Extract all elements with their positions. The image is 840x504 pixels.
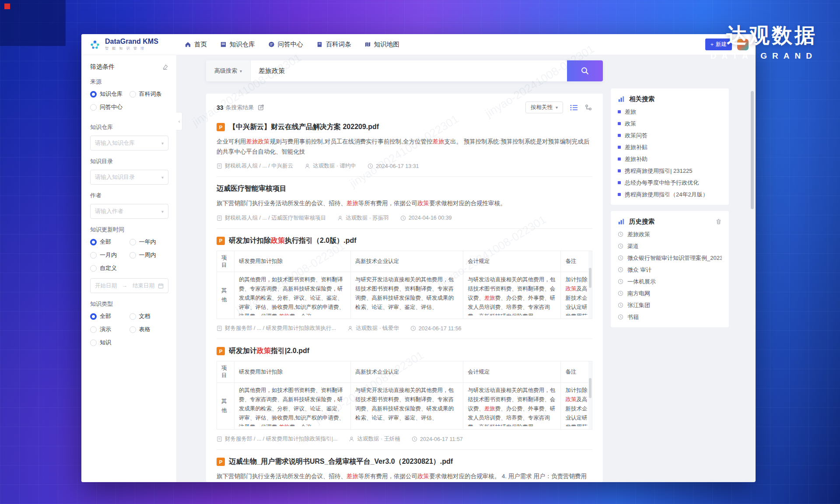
clear-filters-icon[interactable] — [162, 64, 168, 70]
table-scrollbar[interactable] — [588, 251, 592, 319]
table-cell: 与研究开发活动直接相关的其他费用，包括技术图书资料费、资料翻译费、专家咨询费、高… — [350, 383, 463, 430]
map-icon — [364, 41, 371, 48]
table-scrollbar[interactable] — [588, 361, 592, 429]
history-search-item[interactable]: 微众银行智能审计知识管理案例_2023080... — [618, 252, 722, 264]
result-author: 达观数据 · 苏振羽 — [337, 214, 389, 222]
related-search-item[interactable]: 总经办每季度中给予行政优化 — [618, 177, 722, 189]
catalog-select[interactable]: 请输入知识目录 ▾ — [90, 170, 168, 185]
radio-type-knowledge[interactable]: 知识 — [90, 339, 168, 346]
date-end-placeholder: 结束日期 — [131, 282, 154, 290]
nav-item-qa[interactable]: 问答中心 — [268, 40, 303, 49]
radio-source-wiki[interactable]: 百科词条 — [130, 90, 169, 98]
sort-dropdown[interactable]: 按相关性 ▾ — [525, 102, 563, 113]
radio-dot — [90, 313, 97, 320]
bullet-icon — [618, 134, 621, 137]
radio-source-qa[interactable]: 问答中心 — [90, 103, 168, 111]
related-search-item[interactable]: 差旅补贴 — [618, 141, 722, 153]
result-title[interactable]: 研发加计政策指引|2.0.pdf — [229, 346, 309, 356]
edit-query-icon[interactable] — [258, 104, 264, 111]
related-search-item[interactable]: 携程商旅使用指引（24年2月版） — [618, 189, 722, 200]
history-clock-icon — [618, 290, 623, 296]
graph-view-icon[interactable] — [585, 104, 592, 111]
sidebar-collapse-toggle[interactable]: ‹ — [176, 112, 182, 130]
radio-time-custom[interactable]: 自定义 — [90, 264, 168, 272]
table-header: 备注 — [561, 361, 592, 383]
bullet-icon — [618, 122, 621, 125]
update-time-radio-group: 全部 一年内 一月内 一周内 自定义 — [90, 238, 168, 277]
window-scrollbar[interactable] — [751, 91, 754, 209]
result-title[interactable]: 【中兴新云】财云在线产品解决方案 202209.pdf — [229, 122, 379, 132]
radio-dot — [90, 265, 97, 272]
radio-type-document[interactable]: 文档 — [130, 312, 169, 320]
history-search-item[interactable]: 微众 审计 — [618, 264, 722, 276]
list-view-icon[interactable] — [570, 104, 578, 111]
history-search-item[interactable]: 书籍 — [618, 311, 722, 323]
related-search-item[interactable]: 政策 — [618, 118, 722, 130]
result-title-row[interactable]: P 迈威生物_用户需求说明书URS_合规审核平台_Ver3.0（20230821… — [217, 457, 592, 466]
nav-item-home[interactable]: 首页 — [185, 40, 207, 49]
app-logo-title: DataGrand KMS — [105, 38, 158, 46]
catalog-label: 知识目录 — [90, 158, 168, 165]
result-snippet: 企业可利用差旅政策规则与费用事前控制,对员工在线消费实行事前控制,全方位管控差旅… — [217, 136, 592, 157]
radio-time-week[interactable]: 一周内 — [130, 251, 169, 259]
clock-icon — [368, 163, 373, 169]
trash-icon[interactable] — [715, 218, 722, 225]
radio-type-sheet[interactable]: 表格 — [130, 326, 169, 333]
search-button[interactable] — [567, 60, 603, 81]
history-search-item[interactable]: 一体机展示 — [618, 276, 722, 287]
document-icon — [217, 215, 222, 221]
radio-time-month[interactable]: 一月内 — [90, 251, 130, 259]
nav-item-map[interactable]: 知识地图 — [364, 40, 399, 49]
history-search-item[interactable]: 差旅政策 — [618, 228, 722, 240]
result-title-row[interactable]: P 研发加计政策指引|2.0.pdf — [217, 346, 592, 356]
result-meta: 财税机器人组 / ... / 中兴新云 达观数据 · 谭约中 2024-06-1… — [217, 162, 592, 170]
history-clock-icon — [618, 231, 623, 237]
related-search-item[interactable]: 差旅补助 — [618, 153, 722, 165]
advanced-search-label: 高级搜索 — [214, 67, 237, 75]
search-input[interactable] — [251, 60, 567, 81]
history-clock-icon — [618, 243, 623, 249]
result-title[interactable]: 迈威医疗智能审核项目 — [217, 184, 287, 193]
brand-logo-cn: 达观数据 — [710, 22, 817, 49]
radio-type-presentation[interactable]: 演示 — [90, 326, 130, 333]
radio-time-year[interactable]: 一年内 — [130, 238, 169, 246]
person-icon — [349, 436, 354, 442]
related-search-item[interactable]: 携程商旅使用指引| 231225 — [618, 165, 722, 177]
chevron-down-icon: ▾ — [556, 105, 558, 110]
result-snippet: 旗下营销部门执行业务活动所发生的会议、招待、差旅等所有费用，依据公司政策要求做相… — [217, 471, 592, 482]
table-cell: 加计扣除政策及高新技术企业认定研发费用范围 — [561, 272, 592, 319]
history-search-item[interactable]: 张江集团 — [618, 299, 722, 311]
related-search-item[interactable]: 政策问答 — [618, 130, 722, 141]
app-logo[interactable]: DataGrand KMS 智 能 知 识 管 理 — [88, 38, 158, 51]
history-search-title: 历史搜索 — [629, 217, 711, 226]
repository-icon — [220, 41, 227, 48]
history-search-item[interactable]: 渠道 — [618, 240, 722, 252]
history-search-item[interactable]: 南方电网 — [618, 287, 722, 299]
date-range-picker[interactable]: 开始日期 → 结束日期 — [90, 278, 168, 293]
result-time: 2024-06-17 11:56 — [410, 326, 462, 332]
document-icon — [217, 326, 222, 331]
radio-time-all[interactable]: 全部 — [90, 238, 130, 246]
radio-source-repository[interactable]: 知识仓库 — [90, 90, 130, 98]
result-title-row[interactable]: 迈威医疗智能审核项目 — [217, 184, 592, 193]
result-title[interactable]: 研发加计扣除政策执行指引（2.0版）.pdf — [229, 236, 357, 245]
app-window: DataGrand KMS 智 能 知 识 管 理 首页 知识仓库 问答中心 百… — [81, 34, 756, 482]
result-time: 2024-06-17 11:57 — [412, 436, 463, 442]
nav-item-label: 百科词条 — [326, 40, 351, 49]
repo-select[interactable]: 请输入知识仓库 ▾ — [90, 136, 168, 150]
bullet-icon — [618, 181, 621, 184]
result-title-row[interactable]: P 【中兴新云】财云在线产品解决方案 202209.pdf — [217, 122, 592, 132]
radio-type-all[interactable]: 全部 — [90, 312, 130, 320]
nav-item-repository[interactable]: 知识仓库 — [220, 40, 255, 49]
knowledge-type-radio-group: 全部 文档 演示 表格 知识 — [90, 312, 168, 352]
result-title-row[interactable]: P 研发加计扣除政策执行指引（2.0版）.pdf — [217, 236, 592, 245]
result-title[interactable]: 迈威生物_用户需求说明书URS_合规审核平台_Ver3.0（20230821）.… — [229, 457, 453, 466]
nav-item-wiki[interactable]: 百科词条 — [316, 40, 351, 49]
related-search-icon — [618, 95, 625, 103]
related-search-item[interactable]: 差旅 — [618, 106, 722, 118]
clock-icon — [400, 215, 406, 221]
advanced-search-dropdown[interactable]: 高级搜索 ▾ — [206, 60, 251, 81]
result-author: 达观数据 · 王炘楠 — [349, 435, 400, 443]
author-select[interactable]: 请输入作者 ▾ — [90, 204, 168, 219]
related-search-card: 相关搜索 差旅 政策 政策问答 差旅补贴 差旅补助 携程商旅使用指引| 2312… — [611, 88, 729, 205]
